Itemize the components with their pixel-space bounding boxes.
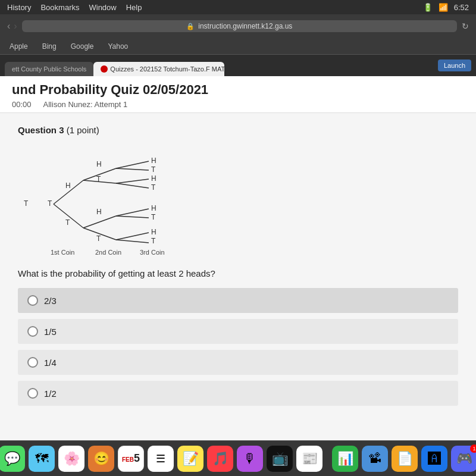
answer-option-b[interactable]: 1/5 xyxy=(18,319,458,344)
svg-text:H: H xyxy=(151,228,156,236)
menu-window[interactable]: Window xyxy=(89,3,116,12)
svg-text:T: T xyxy=(96,175,101,183)
svg-text:H: H xyxy=(65,181,71,190)
dock-reminders[interactable]: ☰ xyxy=(148,446,174,472)
address-bar[interactable]: 🔒 instruction.gwinnett.k12.ga.us xyxy=(22,20,457,32)
svg-text:H: H xyxy=(151,156,156,165)
tab-favicon xyxy=(101,65,108,73)
svg-line-16 xyxy=(116,179,149,183)
menu-history[interactable]: History xyxy=(7,3,31,12)
page-title: und Probability Quiz 02/05/2021 xyxy=(12,82,464,98)
svg-text:T: T xyxy=(65,218,70,227)
bookmark-bing[interactable]: Bing xyxy=(42,42,57,51)
dock-messages[interactable]: 💬 xyxy=(0,446,25,472)
dock-numbers[interactable]: 📊 xyxy=(332,446,358,472)
svg-line-8 xyxy=(83,216,116,228)
menu-help[interactable]: Help xyxy=(126,3,142,12)
bookmark-yahoo[interactable]: Yahoo xyxy=(108,42,128,51)
svg-text:T: T xyxy=(96,234,101,243)
radio-c[interactable] xyxy=(27,357,38,368)
svg-text:T: T xyxy=(48,199,52,208)
quiz-body: Question 3 (1 point) H T T T xyxy=(0,113,476,419)
reload-button[interactable]: ↻ xyxy=(462,21,469,31)
svg-text:T: T xyxy=(151,213,156,221)
svg-text:1st Coin: 1st Coin xyxy=(51,249,74,256)
dock-photos[interactable]: 🌸 xyxy=(58,446,84,472)
svg-line-15 xyxy=(116,168,149,170)
browser-toolbar: ‹ › 🔒 instruction.gwinnett.k12.ga.us ↻ xyxy=(0,14,476,38)
question-number: Question 3 xyxy=(18,125,64,135)
svg-text:3rd Coin: 3rd Coin xyxy=(140,249,165,256)
tab-inactive[interactable]: ett County Public Schools xyxy=(5,62,93,76)
dock: 💬 🗺 🌸 😊 FEB 5 ☰ 📝 🎵 🎙 📺 📰 📊 📽 📄 🅰 🎮 1 xyxy=(0,440,476,476)
answer-option-c[interactable]: 1/4 xyxy=(18,350,458,375)
probability-tree: H T T T H T H T xyxy=(18,151,208,258)
radio-d[interactable] xyxy=(27,388,38,399)
answer-text-b: 1/5 xyxy=(44,327,57,337)
tab-launch-button[interactable]: Launch xyxy=(438,60,471,71)
answer-text-d: 1/2 xyxy=(44,389,57,399)
page-content: und Probability Quiz 02/05/2021 00:00 Al… xyxy=(0,76,476,440)
clock: 6:52 xyxy=(454,3,469,12)
question-points: (1 point) xyxy=(67,125,99,135)
bookmark-google[interactable]: Google xyxy=(71,42,94,51)
svg-line-19 xyxy=(116,216,149,218)
svg-line-20 xyxy=(116,233,149,240)
menu-bar: History Bookmarks Window Help 🔋 📶 6:52 xyxy=(0,0,476,14)
svg-line-21 xyxy=(116,240,149,243)
dock-music[interactable]: 🎵 xyxy=(207,446,233,472)
dock-calendar[interactable]: FEB 5 xyxy=(118,446,144,472)
wifi-icon: 📶 xyxy=(439,3,448,12)
svg-text:T: T xyxy=(151,183,156,192)
radio-a[interactable] xyxy=(27,295,38,306)
timer: 00:00 xyxy=(12,100,32,109)
svg-text:H: H xyxy=(96,208,102,216)
dock-news[interactable]: 📰 xyxy=(296,446,322,472)
svg-text:T: T xyxy=(24,199,29,208)
menu-bookmarks[interactable]: Bookmarks xyxy=(40,3,79,12)
dock-keynote[interactable]: 📽 xyxy=(362,446,388,472)
lock-icon: 🔒 xyxy=(186,23,195,30)
answer-option-d[interactable]: 1/2 xyxy=(18,381,458,406)
answer-options: 2/3 1/5 1/4 1/2 xyxy=(18,288,458,406)
question-header: Question 3 (1 point) xyxy=(18,125,458,135)
page-header: und Probability Quiz 02/05/2021 00:00 Al… xyxy=(0,76,476,113)
svg-text:H: H xyxy=(96,160,102,168)
dock-finder[interactable]: 😊 xyxy=(88,446,114,472)
dock-notes[interactable]: 📝 xyxy=(177,446,203,472)
bookmark-apple[interactable]: Apple xyxy=(10,42,28,51)
svg-line-18 xyxy=(116,209,149,216)
radio-b[interactable] xyxy=(27,326,38,337)
dock-pages[interactable]: 📄 xyxy=(392,446,418,472)
student-info: Allison Nunez: Attempt 1 xyxy=(43,100,128,109)
svg-text:T: T xyxy=(151,165,156,174)
nav-buttons: ‹ › xyxy=(7,21,17,32)
forward-button[interactable]: › xyxy=(14,21,17,32)
svg-text:T: T xyxy=(151,237,156,245)
tabs-bar: ett County Public Schools Quizzes - 2021… xyxy=(0,55,476,76)
url-text: instruction.gwinnett.k12.ga.us xyxy=(198,22,292,30)
back-button[interactable]: ‹ xyxy=(7,21,10,32)
svg-text:H: H xyxy=(151,204,156,212)
svg-text:H: H xyxy=(151,174,156,183)
tree-diagram: H T T T H T H T xyxy=(18,145,458,264)
battery-icon: 🔋 xyxy=(423,3,433,12)
bookmarks-bar: Apple Bing Google Yahoo xyxy=(0,38,476,55)
dock-podcasts[interactable]: 🎙 xyxy=(237,446,263,472)
dock-maps[interactable]: 🗺 xyxy=(29,446,55,472)
discord-badge: 1 xyxy=(470,444,476,453)
dock-discord[interactable]: 🎮 1 xyxy=(451,446,476,472)
tab-active-label: Quizzes - 202152 Totchum-Tazo.F MATH 7 -… xyxy=(110,65,224,73)
svg-line-17 xyxy=(116,183,149,188)
answer-option-a[interactable]: 2/3 xyxy=(18,288,458,313)
dock-tv[interactable]: 📺 xyxy=(267,446,293,472)
svg-text:2nd Coin: 2nd Coin xyxy=(95,249,121,256)
tab-inactive-label: ett County Public Schools xyxy=(12,65,86,73)
answer-text-c: 1/4 xyxy=(44,358,57,368)
svg-line-14 xyxy=(116,161,149,168)
tab-active[interactable]: Quizzes - 202152 Totchum-Tazo.F MATH 7 -… xyxy=(93,62,224,76)
question-text: What is the probability of getting at le… xyxy=(18,268,458,278)
answer-text-a: 2/3 xyxy=(44,296,57,306)
dock-appstore[interactable]: 🅰 xyxy=(421,446,447,472)
